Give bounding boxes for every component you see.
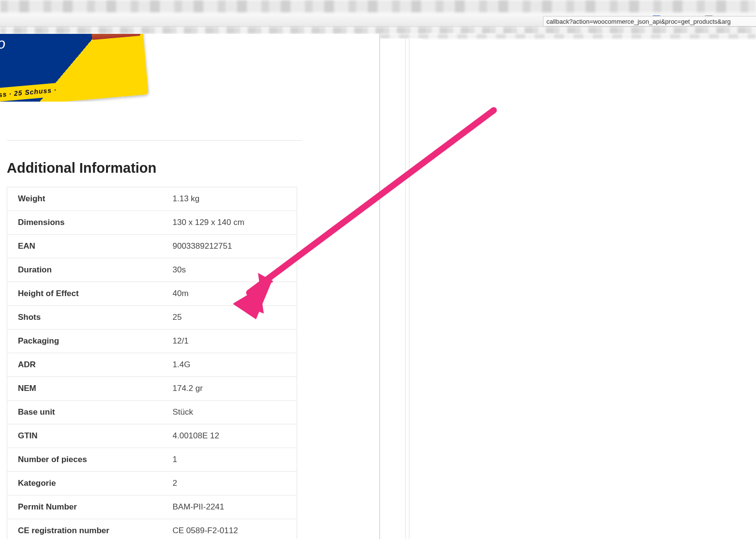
address-text: callback?action=woocommerce_json_api&pro…: [546, 18, 731, 25]
attribute-label: Height of Effect: [7, 282, 162, 306]
table-row: Permit NumberBAM-PII-2241: [7, 495, 297, 519]
table-row: NEM174.2 gr: [7, 377, 297, 401]
attribute-label: ADR: [7, 353, 162, 377]
section-divider: [7, 140, 302, 141]
bookmarks-bar-blurred: [0, 27, 756, 34]
additional-information-heading: Additional Information: [7, 160, 373, 176]
attribute-value: 1: [162, 448, 297, 472]
attribute-label: CE registration number: [7, 519, 162, 539]
json-inspector-pane: [379, 34, 756, 539]
table-row: EAN9003389212751: [7, 235, 297, 258]
table-row: Packaging12/1: [7, 329, 297, 353]
attribute-label: Permit Number: [7, 495, 162, 519]
attribute-label: GTIN: [7, 424, 162, 448]
table-row: Base unitStück: [7, 401, 297, 424]
attribute-value: 25: [162, 306, 297, 329]
table-row: Shots25: [7, 306, 297, 329]
attribute-label: Kategorie: [7, 472, 162, 495]
json-tree-gutter: [380, 39, 423, 539]
attribute-label: EAN: [7, 235, 162, 258]
attribute-value: 1.13 kg: [162, 187, 297, 211]
attribute-value: CE 0589-F2-0112: [162, 519, 297, 539]
attribute-label: Weight: [7, 187, 162, 211]
attributes-table: Weight1.13 kgDimensions130 x 129 x 140 c…: [7, 187, 297, 539]
attribute-value: BAM-PII-2241: [162, 495, 297, 519]
table-row: Number of pieces1: [7, 448, 297, 472]
attribute-label: Number of pieces: [7, 448, 162, 472]
product-page-pane: Bo LIEBEN PYROTECHNIK huss · 25 Schuss ·…: [0, 34, 379, 539]
attribute-label: Dimensions: [7, 211, 162, 235]
json-tree-content[interactable]: [423, 39, 756, 539]
table-row: Height of Effect40m: [7, 282, 297, 306]
attribute-value: Stück: [162, 401, 297, 424]
attribute-value: 174.2 gr: [162, 377, 297, 401]
attribute-value: 12/1: [162, 329, 297, 353]
attribute-label: Shots: [7, 306, 162, 329]
attribute-value: 2: [162, 472, 297, 495]
product-image: Bo LIEBEN PYROTECHNIK huss · 25 Schuss ·: [0, 34, 379, 102]
inspector-tabs-blurred: [380, 34, 756, 39]
attribute-value: 4.00108E 12: [162, 424, 297, 448]
attribute-value: 9003389212751: [162, 235, 297, 258]
table-row: GTIN4.00108E 12: [7, 424, 297, 448]
table-row: Dimensions130 x 129 x 140 cm: [7, 211, 297, 235]
table-row: Kategorie2: [7, 472, 297, 495]
attribute-label: Duration: [7, 258, 162, 282]
table-row: CE registration numberCE 0589-F2-0112: [7, 519, 297, 539]
table-row: Duration30s: [7, 258, 297, 282]
table-row: ADR1.4G: [7, 353, 297, 377]
os-menubar-blurred: [0, 0, 756, 13]
attribute-label: Base unit: [7, 401, 162, 424]
address-bar[interactable]: callback?action=woocommerce_json_api&pro…: [543, 16, 756, 27]
attribute-value: 1.4G: [162, 353, 297, 377]
attribute-label: Packaging: [7, 329, 162, 353]
attribute-label: NEM: [7, 377, 162, 401]
attribute-value: 130 x 129 x 140 cm: [162, 211, 297, 235]
table-row: Weight1.13 kg: [7, 187, 297, 211]
attribute-value: 40m: [162, 282, 297, 306]
attribute-value: 30s: [162, 258, 297, 282]
